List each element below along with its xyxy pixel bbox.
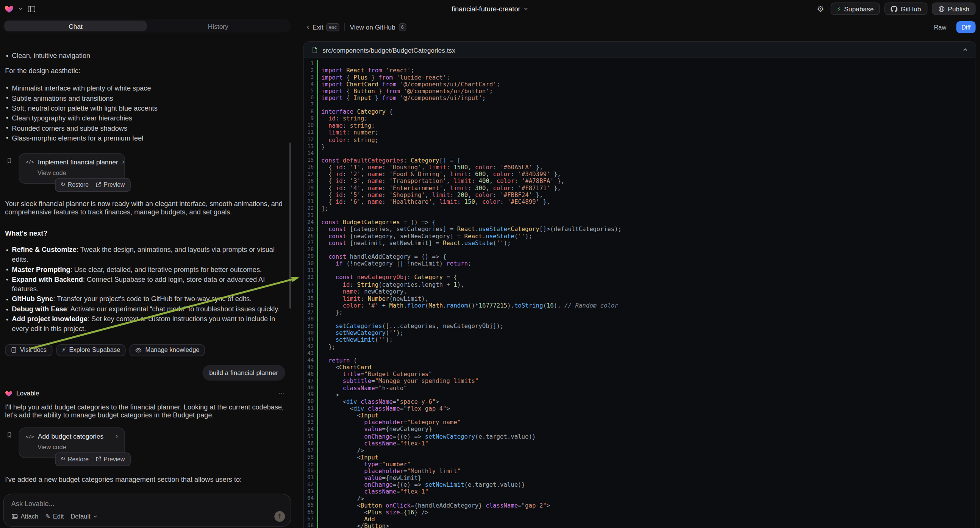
- line-number: 37: [304, 309, 317, 315]
- line-number: 9: [304, 115, 317, 122]
- code-line: 33 id: String(categories.length + 1),: [304, 281, 976, 288]
- explore-supabase-label: Explore Supabase: [69, 346, 121, 354]
- line-number: 29: [304, 253, 317, 260]
- restore-button[interactable]: ↻ Restore: [60, 455, 89, 463]
- workspace-chevron-icon[interactable]: [18, 6, 23, 11]
- line-number: 5: [304, 87, 317, 94]
- assistant-paragraph: I'll help you add budget categories to t…: [5, 402, 285, 420]
- topbar: financial-future-creator ⚙ ⚡ Supabase Gi…: [0, 0, 980, 17]
- file-path: src/components/budget/BudgetCategories.t…: [322, 46, 455, 53]
- view-on-github-label: View on GitHub: [350, 23, 396, 31]
- code-line: 1: [304, 60, 976, 67]
- edit-mode-button[interactable]: ✎ Edit: [45, 513, 64, 520]
- preview-label: Preview: [104, 455, 125, 463]
- line-number: 26: [304, 232, 317, 239]
- chat-input[interactable]: Ask Lovable...: [11, 500, 285, 507]
- bullet-list: Minimalist interface with plenty of whit…: [5, 83, 285, 143]
- preview-label: Preview: [104, 181, 125, 189]
- aesthetic-heading: For the design aesthetic:: [5, 67, 285, 75]
- next-step-item: Refine & Customize: Tweak the design, an…: [5, 245, 285, 264]
- publish-button[interactable]: Publish: [932, 3, 975, 15]
- line-number: 42: [304, 343, 317, 350]
- assistant-paragraph: Your sleek financial planner is now read…: [5, 200, 285, 217]
- publish-label: Publish: [948, 5, 969, 13]
- line-number: 15: [304, 157, 317, 164]
- lovable-logo[interactable]: [5, 4, 14, 14]
- line-number: 54: [304, 426, 317, 433]
- line-number: 53: [304, 419, 317, 426]
- chat-tabs: Chat History: [3, 19, 291, 33]
- line-number: 11: [304, 129, 317, 136]
- chat-scrollbar[interactable]: [290, 142, 291, 309]
- code-line: 46 title="Budget Categories": [304, 371, 976, 378]
- code-line: 39 setCategories([...categories, newCate…: [304, 322, 976, 329]
- code-line: 27 const [newLimit, setNewLimit] = React…: [304, 239, 976, 246]
- model-selector[interactable]: Default: [70, 513, 97, 520]
- line-number: 46: [304, 371, 317, 378]
- bullet-item: Glass-morphic elements for a premium fee…: [5, 133, 285, 143]
- tab-chat[interactable]: Chat: [5, 21, 147, 31]
- bookmark-icon[interactable]: [6, 431, 12, 441]
- file-header[interactable]: src/components/budget/BudgetCategories.t…: [304, 42, 976, 58]
- view-code-link[interactable]: View code: [38, 169, 118, 177]
- code-line: 18 { id: '3', name: 'Transportation', li…: [304, 177, 976, 184]
- preview-button[interactable]: Preview: [95, 455, 125, 463]
- code-line: 5import { Button } from '@/components/ui…: [304, 87, 976, 94]
- restore-button[interactable]: ↻ Restore: [60, 181, 89, 189]
- bookmark-icon[interactable]: [6, 156, 12, 166]
- exit-button[interactable]: ‹ Exit esc: [306, 22, 339, 31]
- code-line: 35 limit: Number(newLimit),: [304, 295, 976, 302]
- collapse-icon[interactable]: [963, 47, 968, 52]
- code-line: 22];: [304, 205, 976, 212]
- line-number: 62: [304, 481, 317, 488]
- tab-history[interactable]: History: [147, 21, 290, 31]
- view-code-link[interactable]: View code: [38, 443, 118, 452]
- send-button[interactable]: ↑: [274, 511, 285, 522]
- line-number: 44: [304, 357, 317, 364]
- restore-label: Restore: [68, 181, 89, 189]
- line-number: 41: [304, 336, 317, 343]
- github-button[interactable]: GitHub: [884, 3, 927, 15]
- view-on-github-button[interactable]: View on GitHub 6: [350, 23, 406, 31]
- visit-docs-button[interactable]: Visit docs: [5, 344, 52, 356]
- code-line: 30 if (!newCategory || !newLimit) return…: [304, 260, 976, 267]
- globe-icon: [938, 5, 945, 12]
- code-line: 51 <div className="flex gap-4">: [304, 405, 976, 412]
- raw-toggle-button[interactable]: Raw: [929, 21, 951, 33]
- code-editor[interactable]: 12import React from 'react';3import { Pl…: [304, 58, 976, 528]
- supabase-icon: ⚡: [62, 346, 66, 354]
- supabase-button[interactable]: ⚡ Supabase: [830, 3, 880, 15]
- code-line: 29 const handleAddCategory = () => {: [304, 253, 976, 260]
- explore-supabase-button[interactable]: ⚡ Explore Supabase: [56, 344, 126, 356]
- line-number: 64: [304, 495, 317, 502]
- more-options-icon[interactable]: ⋯: [278, 390, 285, 398]
- code-line: 61 value={newLimit}: [304, 474, 976, 481]
- line-number: 65: [304, 502, 317, 509]
- line-number: 2: [304, 67, 317, 74]
- preview-button[interactable]: Preview: [95, 181, 125, 189]
- code-line: 49 >: [304, 391, 976, 398]
- chat-thread[interactable]: Clean, intuitive navigation For the desi…: [0, 47, 294, 493]
- preview-icon: [95, 456, 101, 462]
- toggle-sidebar-icon[interactable]: [28, 5, 36, 13]
- code-line: 48 className="h-auto": [304, 385, 976, 391]
- attach-button[interactable]: Attach: [11, 513, 39, 520]
- code-line: 63 className="flex-1": [304, 488, 976, 495]
- code-line: 2import React from 'react';: [304, 67, 976, 74]
- code-line: 60 placeholder="Monthly limit": [304, 468, 976, 474]
- line-number: 6: [304, 95, 317, 102]
- line-number: 52: [304, 412, 317, 419]
- lovable-heart-icon: [5, 390, 13, 397]
- line-number: 55: [304, 433, 317, 440]
- code-line: 31: [304, 267, 976, 274]
- settings-gear-icon[interactable]: ⚙: [817, 4, 824, 14]
- line-number: 1: [304, 60, 317, 67]
- line-number: 8: [304, 108, 317, 115]
- line-number: 49: [304, 391, 317, 398]
- manage-knowledge-button[interactable]: Manage knowledge: [130, 344, 205, 356]
- project-switcher[interactable]: financial-future-creator: [452, 5, 528, 13]
- model-label: Default: [70, 513, 90, 520]
- code-line: 68 </Button>: [304, 523, 976, 528]
- diff-toggle-button[interactable]: Diff: [956, 21, 976, 33]
- project-name: financial-future-creator: [452, 5, 520, 13]
